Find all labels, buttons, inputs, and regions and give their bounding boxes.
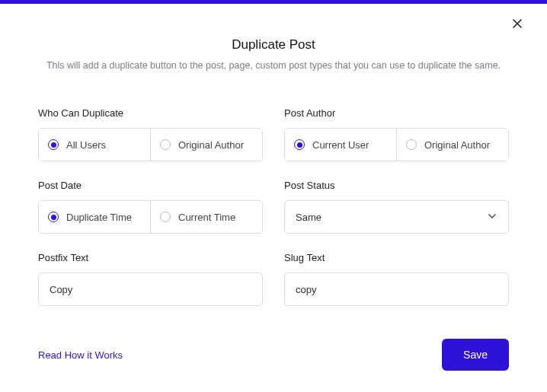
post-date-current-time[interactable]: Current Time [150,201,262,233]
radio-icon [160,212,171,222]
slug-text-label: Slug Text [284,252,509,263]
slug-text-group: Slug Text [284,252,509,306]
radio-label: All Users [66,139,106,151]
read-how-it-works-link[interactable]: Read How it Works [38,349,123,361]
postfix-text-group: Postfix Text [38,252,263,306]
postfix-text-input[interactable] [38,272,263,306]
post-author-label: Post Author [284,107,509,119]
save-button[interactable]: Save [442,339,509,371]
page-title: Duplicate Post [0,37,547,53]
post-date-group: Post Date Duplicate Time Current Time [38,180,263,234]
page-subtitle: This will add a duplicate button to the … [0,60,547,71]
radio-icon [160,139,171,150]
radio-label: Original Author [178,139,244,151]
radio-label: Original Author [424,139,490,151]
radio-icon [48,139,59,150]
post-status-group: Post Status Same [284,180,509,234]
close-icon [512,18,523,32]
post-date-duplicate-time[interactable]: Duplicate Time [39,201,150,233]
post-status-select[interactable]: Same [284,200,509,234]
who-can-duplicate-group: Who Can Duplicate All Users Original Aut… [38,107,263,161]
chevron-down-icon [487,211,497,224]
select-value: Same [296,212,321,223]
post-author-current-user[interactable]: Current User [285,129,396,161]
post-author-group: Post Author Current User Original Author [284,107,509,161]
radio-icon [48,212,59,222]
post-author-radios: Current User Original Author [284,128,509,161]
radio-icon [294,139,305,150]
radio-label: Duplicate Time [66,212,132,223]
who-can-duplicate-original-author[interactable]: Original Author [150,129,262,161]
slug-text-input[interactable] [284,272,509,306]
post-date-radios: Duplicate Time Current Time [38,200,263,234]
radio-label: Current User [312,139,369,151]
post-status-label: Post Status [284,180,509,191]
who-can-duplicate-all-users[interactable]: All Users [39,129,150,161]
top-accent-bar [0,0,547,4]
post-date-label: Post Date [38,180,263,191]
postfix-text-label: Postfix Text [38,252,263,263]
radio-icon [406,139,417,150]
post-author-original-author[interactable]: Original Author [396,129,508,161]
close-button[interactable] [510,18,524,32]
who-can-duplicate-radios: All Users Original Author [38,128,263,161]
who-can-duplicate-label: Who Can Duplicate [38,107,263,119]
radio-label: Current Time [178,212,235,223]
